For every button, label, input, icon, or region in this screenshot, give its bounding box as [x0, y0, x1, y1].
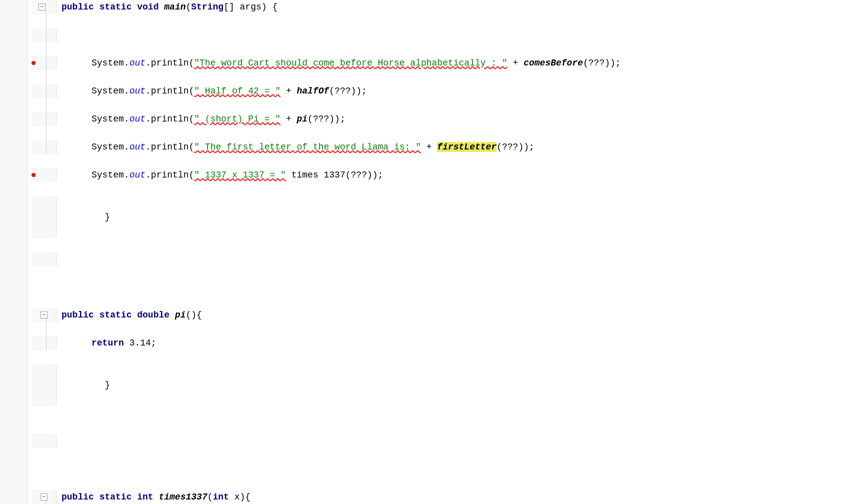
string-1337: " 1337 x 1337 = " — [194, 170, 286, 180]
fold-minus-pi[interactable]: − — [40, 312, 48, 318]
println3: println( — [151, 114, 194, 124]
times-param-x: x){ — [229, 492, 250, 502]
bracket: [] — [224, 2, 234, 12]
code-line-pi-body: return 3.14; — [32, 336, 868, 350]
method-halfof: halfOf — [297, 86, 330, 96]
kw-static-pi: static — [100, 310, 132, 320]
code-editor: − public static void main(String[] args)… — [0, 0, 868, 504]
kw-int-times: int — [137, 492, 153, 502]
method-times1337: times1337 — [158, 492, 207, 502]
keyword-public: public — [62, 2, 94, 12]
method-main: main — [164, 2, 186, 12]
out-ref: out — [130, 58, 146, 68]
println2: println( — [151, 86, 194, 96]
code-line-times-sig: − public static int times1337(int x){ — [32, 490, 868, 504]
indent-spaces — [83, 212, 104, 222]
indent-pi-close — [83, 380, 104, 390]
red-error-dot — [32, 61, 36, 65]
string-pi: " (short) Pi = " — [194, 114, 280, 124]
dot: . — [146, 58, 151, 68]
code-line: − public static void main(String[] args)… — [32, 0, 868, 14]
times-params: ( — [208, 492, 213, 502]
concat-op: + — [508, 58, 524, 68]
concat4: + — [421, 142, 437, 152]
method-comesbefore: comesBefore — [524, 58, 583, 68]
brace: { — [272, 2, 278, 12]
type-string: String — [191, 2, 224, 12]
method-firstletter: firstLetter — [437, 142, 496, 152]
code-line-println2: System.out.println(" Half of 42 = " + ha… — [32, 84, 868, 98]
code-line-println3: System.out.println(" (short) Pi = " + pi… — [32, 112, 868, 126]
code-line-close-main: } — [32, 196, 868, 238]
system-ref4: System. — [92, 142, 130, 152]
println5: println( — [151, 170, 194, 180]
kw-return-pi: return — [92, 338, 124, 348]
kw-int-param: int — [213, 492, 229, 502]
kw-public-times: public — [62, 492, 94, 502]
keyword-static: static — [100, 2, 132, 12]
pi-params: (){ — [186, 310, 202, 320]
concat2: + — [280, 86, 296, 96]
string-half: " Half of 42 = " — [194, 86, 280, 96]
println4: println( — [151, 142, 194, 152]
code-line-println5: System.out.println(" 1337 x 1337 = " tim… — [32, 168, 868, 182]
out-ref3: out — [130, 114, 146, 124]
out-ref4: out — [130, 142, 146, 152]
keyword-void: void — [137, 2, 158, 12]
fold-line-times — [46, 500, 46, 504]
pi-close-brace: } — [104, 380, 110, 390]
code-line-empty — [32, 28, 868, 42]
code-line-println4: System.out.println(" The first letter of… — [32, 140, 868, 154]
pi-value: 3.14; — [130, 338, 156, 348]
gutter — [0, 0, 28, 504]
code-content: − public static void main(String[] args)… — [28, 0, 868, 504]
code-line-empty2 — [32, 252, 868, 266]
println-call: println( — [151, 58, 194, 68]
string-cart: "The word Cart should come before Horse … — [194, 58, 508, 68]
code-line-pi-sig: − public static double pi(){ — [32, 308, 868, 322]
call4: (???)); — [496, 142, 534, 152]
line-content: public static void main(String[] args) { — [56, 0, 868, 14]
dot2: . — [146, 86, 151, 96]
line-gutter: − — [32, 0, 56, 14]
out-ref2: out — [130, 86, 146, 96]
system-ref5: System. — [92, 170, 130, 180]
system-ref3: System. — [92, 114, 130, 124]
paren: ( — [186, 2, 192, 12]
system-ref2: System. — [92, 86, 130, 96]
kw-static-times: static — [100, 492, 132, 502]
red-error-dot2 — [32, 173, 36, 177]
times-text: times 1337(???)); — [286, 170, 383, 180]
fold-line-pi — [46, 318, 46, 350]
system-ref: System. — [92, 58, 130, 68]
paren-close: ) — [262, 2, 267, 12]
call2: (???)); — [329, 86, 367, 96]
method-pi-name: pi — [175, 310, 186, 320]
code-line-pi-close: } — [32, 364, 868, 406]
method-pi: pi — [297, 114, 308, 124]
string-llama: " The first letter of the word Llama is:… — [194, 142, 421, 152]
concat3: + — [280, 114, 296, 124]
out-ref5: out — [130, 170, 146, 180]
fold-minus-icon[interactable]: − — [38, 4, 46, 10]
kw-double-pi: double — [137, 310, 170, 320]
call3: (???)); — [308, 114, 346, 124]
code-line-println1: System.out.println("The word Cart should… — [32, 56, 868, 70]
close-brace-main: } — [104, 212, 110, 222]
fold-vertical-line — [46, 10, 46, 154]
paren-call: (???)); — [583, 58, 621, 68]
code-line-empty3 — [32, 434, 868, 448]
fold-minus-times[interactable]: − — [40, 494, 48, 500]
kw-public-pi: public — [62, 310, 94, 320]
